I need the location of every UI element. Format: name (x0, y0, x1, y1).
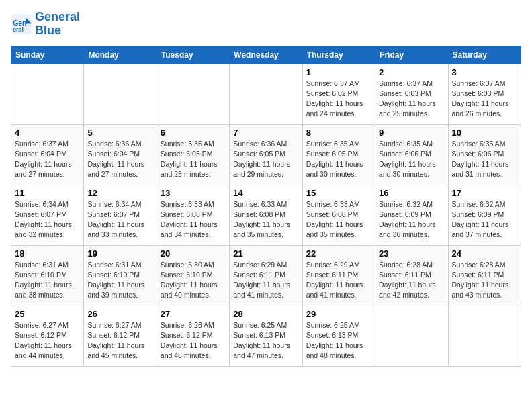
day-number: 27 (161, 309, 226, 319)
day-info: Sunrise: 6:25 AM Sunset: 6:13 PM Dayligh… (306, 320, 371, 361)
day-number: 5 (87, 128, 152, 138)
calendar-cell: 6Sunrise: 6:36 AM Sunset: 6:05 PM Daylig… (157, 124, 229, 185)
calendar-cell: 22Sunrise: 6:29 AM Sunset: 6:11 PM Dayli… (302, 245, 375, 306)
calendar-cell (448, 306, 521, 366)
day-number: 4 (15, 128, 80, 138)
day-info: Sunrise: 6:33 AM Sunset: 6:08 PM Dayligh… (233, 199, 298, 240)
header-friday: Friday (375, 46, 448, 64)
calendar-cell (157, 64, 229, 124)
day-info: Sunrise: 6:32 AM Sunset: 6:09 PM Dayligh… (379, 199, 444, 240)
day-info: Sunrise: 6:35 AM Sunset: 6:06 PM Dayligh… (379, 139, 444, 180)
day-number: 12 (87, 188, 152, 198)
week-row-2: 4Sunrise: 6:37 AM Sunset: 6:04 PM Daylig… (11, 124, 521, 185)
day-info: Sunrise: 6:29 AM Sunset: 6:11 PM Dayligh… (306, 260, 371, 301)
calendar-cell: 25Sunrise: 6:27 AM Sunset: 6:12 PM Dayli… (11, 306, 84, 366)
day-info: Sunrise: 6:37 AM Sunset: 6:03 PM Dayligh… (379, 79, 444, 120)
day-info: Sunrise: 6:27 AM Sunset: 6:12 PM Dayligh… (87, 320, 152, 361)
calendar-cell: 23Sunrise: 6:28 AM Sunset: 6:11 PM Dayli… (375, 245, 448, 306)
day-number: 28 (233, 309, 298, 319)
day-number: 16 (379, 188, 444, 198)
header-sunday: Sunday (11, 46, 84, 64)
day-number: 23 (379, 248, 444, 259)
calendar-cell (84, 64, 157, 124)
week-row-5: 25Sunrise: 6:27 AM Sunset: 6:12 PM Dayli… (11, 306, 521, 366)
week-row-4: 18Sunrise: 6:31 AM Sunset: 6:10 PM Dayli… (11, 245, 521, 306)
day-number: 24 (452, 248, 517, 259)
calendar-cell: 18Sunrise: 6:31 AM Sunset: 6:10 PM Dayli… (11, 245, 84, 306)
calendar-cell: 19Sunrise: 6:31 AM Sunset: 6:10 PM Dayli… (84, 245, 157, 306)
calendar-cell: 24Sunrise: 6:28 AM Sunset: 6:11 PM Dayli… (448, 245, 521, 306)
day-info: Sunrise: 6:25 AM Sunset: 6:13 PM Dayligh… (233, 320, 298, 361)
calendar-cell: 13Sunrise: 6:33 AM Sunset: 6:08 PM Dayli… (157, 185, 229, 245)
calendar-cell (230, 64, 302, 124)
week-row-3: 11Sunrise: 6:34 AM Sunset: 6:07 PM Dayli… (11, 185, 521, 245)
day-info: Sunrise: 6:31 AM Sunset: 6:10 PM Dayligh… (15, 260, 80, 301)
calendar-cell: 21Sunrise: 6:29 AM Sunset: 6:11 PM Dayli… (230, 245, 302, 306)
calendar-cell: 11Sunrise: 6:34 AM Sunset: 6:07 PM Dayli… (11, 185, 84, 245)
day-number: 25 (15, 309, 80, 319)
logo-text-line1: General (35, 11, 80, 24)
calendar-cell: 27Sunrise: 6:26 AM Sunset: 6:12 PM Dayli… (157, 306, 229, 366)
logo: Gen eral General Blue (11, 11, 80, 38)
day-info: Sunrise: 6:37 AM Sunset: 6:04 PM Dayligh… (15, 139, 80, 180)
day-number: 22 (306, 248, 371, 259)
header-thursday: Thursday (302, 46, 375, 64)
calendar-cell: 4Sunrise: 6:37 AM Sunset: 6:04 PM Daylig… (11, 124, 84, 185)
day-info: Sunrise: 6:26 AM Sunset: 6:12 PM Dayligh… (161, 320, 226, 361)
day-info: Sunrise: 6:34 AM Sunset: 6:07 PM Dayligh… (15, 199, 80, 240)
day-number: 11 (15, 188, 80, 198)
day-info: Sunrise: 6:28 AM Sunset: 6:11 PM Dayligh… (452, 260, 517, 301)
day-info: Sunrise: 6:34 AM Sunset: 6:07 PM Dayligh… (87, 199, 152, 240)
day-info: Sunrise: 6:36 AM Sunset: 6:04 PM Dayligh… (87, 139, 152, 180)
calendar-cell: 20Sunrise: 6:30 AM Sunset: 6:10 PM Dayli… (157, 245, 229, 306)
day-number: 20 (161, 248, 226, 259)
day-info: Sunrise: 6:29 AM Sunset: 6:11 PM Dayligh… (233, 260, 298, 301)
day-number: 29 (306, 309, 371, 319)
day-info: Sunrise: 6:32 AM Sunset: 6:09 PM Dayligh… (452, 199, 517, 240)
calendar-cell: 16Sunrise: 6:32 AM Sunset: 6:09 PM Dayli… (375, 185, 448, 245)
day-number: 6 (161, 128, 226, 138)
week-row-1: 1Sunrise: 6:37 AM Sunset: 6:02 PM Daylig… (11, 64, 521, 124)
calendar-cell: 10Sunrise: 6:35 AM Sunset: 6:06 PM Dayli… (448, 124, 521, 185)
svg-text:Gen: Gen (13, 19, 26, 26)
day-number: 3 (452, 67, 517, 77)
day-info: Sunrise: 6:33 AM Sunset: 6:08 PM Dayligh… (161, 199, 226, 240)
calendar-cell: 12Sunrise: 6:34 AM Sunset: 6:07 PM Dayli… (84, 185, 157, 245)
day-number: 26 (87, 309, 152, 319)
calendar-cell: 9Sunrise: 6:35 AM Sunset: 6:06 PM Daylig… (375, 124, 448, 185)
calendar-cell: 7Sunrise: 6:36 AM Sunset: 6:05 PM Daylig… (230, 124, 302, 185)
day-number: 1 (306, 67, 371, 77)
day-info: Sunrise: 6:28 AM Sunset: 6:11 PM Dayligh… (379, 260, 444, 301)
day-number: 8 (306, 128, 371, 138)
calendar-cell: 14Sunrise: 6:33 AM Sunset: 6:08 PM Dayli… (230, 185, 302, 245)
calendar-cell: 28Sunrise: 6:25 AM Sunset: 6:13 PM Dayli… (230, 306, 302, 366)
day-info: Sunrise: 6:36 AM Sunset: 6:05 PM Dayligh… (161, 139, 226, 180)
day-info: Sunrise: 6:35 AM Sunset: 6:06 PM Dayligh… (452, 139, 517, 180)
header-monday: Monday (84, 46, 157, 64)
calendar-cell: 26Sunrise: 6:27 AM Sunset: 6:12 PM Dayli… (84, 306, 157, 366)
day-info: Sunrise: 6:36 AM Sunset: 6:05 PM Dayligh… (233, 139, 298, 180)
day-info: Sunrise: 6:31 AM Sunset: 6:10 PM Dayligh… (87, 260, 152, 301)
day-number: 10 (452, 128, 517, 138)
day-info: Sunrise: 6:33 AM Sunset: 6:08 PM Dayligh… (306, 199, 371, 240)
calendar-cell: 1Sunrise: 6:37 AM Sunset: 6:02 PM Daylig… (302, 64, 375, 124)
logo-icon: Gen eral (11, 13, 32, 35)
day-number: 9 (379, 128, 444, 138)
day-number: 17 (452, 188, 517, 198)
day-info: Sunrise: 6:27 AM Sunset: 6:12 PM Dayligh… (15, 320, 80, 361)
svg-text:eral: eral (13, 26, 24, 33)
calendar-header: SundayMondayTuesdayWednesdayThursdayFrid… (11, 46, 521, 64)
calendar-cell: 17Sunrise: 6:32 AM Sunset: 6:09 PM Dayli… (448, 185, 521, 245)
page-header: Gen eral General Blue (11, 11, 521, 38)
calendar-cell: 3Sunrise: 6:37 AM Sunset: 6:03 PM Daylig… (448, 64, 521, 124)
header-tuesday: Tuesday (157, 46, 229, 64)
day-number: 14 (233, 188, 298, 198)
day-number: 21 (233, 248, 298, 259)
day-number: 7 (233, 128, 298, 138)
day-info: Sunrise: 6:30 AM Sunset: 6:10 PM Dayligh… (161, 260, 226, 301)
day-info: Sunrise: 6:35 AM Sunset: 6:05 PM Dayligh… (306, 139, 371, 180)
calendar-cell: 15Sunrise: 6:33 AM Sunset: 6:08 PM Dayli… (302, 185, 375, 245)
logo-text-line2: Blue (35, 24, 80, 38)
header-wednesday: Wednesday (230, 46, 302, 64)
day-number: 2 (379, 67, 444, 77)
